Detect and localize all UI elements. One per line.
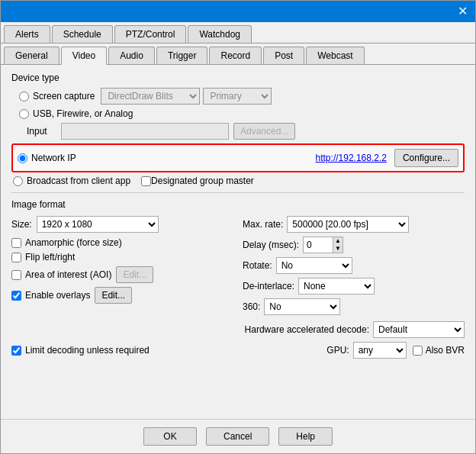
designated-group-label: Designated group master <box>151 175 254 186</box>
flip-row: Flip left/right <box>11 252 233 262</box>
360-row: 360: No Yes <box>243 298 465 315</box>
gpu-select[interactable]: any <box>353 342 407 359</box>
title-bar: ✕ <box>1 1 475 22</box>
de-interlace-label: De-interlace: <box>243 281 294 291</box>
tab-record[interactable]: Record <box>209 47 262 64</box>
size-select[interactable]: 1920 x 1080 <box>37 216 159 233</box>
aoi-label: Area of interest (AOI) <box>25 269 111 280</box>
tab-webcast[interactable]: Webcast <box>306 47 364 64</box>
delay-row: Delay (msec): 0 ▲ ▼ <box>243 237 465 253</box>
tab-audio[interactable]: Audio <box>108 47 155 64</box>
flip-checkbox[interactable] <box>11 253 21 262</box>
overlays-checkbox[interactable] <box>11 291 21 301</box>
advanced-button[interactable]: Advanced... <box>233 123 295 140</box>
configure-button[interactable]: Configure... <box>394 149 458 167</box>
hw-accel-row: Hardware accelerated decode: Default Non… <box>11 321 465 338</box>
delay-up-button[interactable]: ▲ <box>333 237 343 245</box>
tab-trigger[interactable]: Trigger <box>156 47 208 64</box>
image-format-label: Image format <box>11 199 465 210</box>
gpu-label: GPU: <box>326 345 349 356</box>
main-dialog: ✕ Alerts Schedule PTZ/Control Watchdog G… <box>0 0 476 454</box>
hw-accel-select[interactable]: Default None Intel NVIDIA AMD <box>373 321 465 338</box>
max-rate-select[interactable]: 500000 [20.00 fps] <box>287 216 409 233</box>
help-button[interactable]: Help <box>278 427 333 446</box>
delay-label: Delay (msec): <box>243 240 299 250</box>
limit-label: Limit decoding unless required <box>25 345 150 356</box>
network-ip-radio[interactable] <box>18 153 27 163</box>
designated-group-checkbox[interactable] <box>141 176 151 186</box>
usb-radio[interactable] <box>19 109 29 119</box>
size-row: Size: 1920 x 1080 <box>11 216 233 233</box>
image-format-section: Image format Size: 1920 x 1080 Anamorphi… <box>11 199 465 359</box>
device-type-label: Device type <box>11 72 465 83</box>
usb-label: USB, Firewire, or Analog <box>33 108 133 119</box>
tab-watchdog[interactable]: Watchdog <box>188 25 252 43</box>
de-interlace-row: De-interlace: None Blend Duplicate <box>243 278 465 295</box>
rotate-row: Rotate: No 90 180 270 <box>243 257 465 274</box>
de-interlace-select[interactable]: None Blend Duplicate <box>298 278 375 295</box>
size-label: Size: <box>11 219 32 230</box>
network-ip-label: Network IP <box>31 153 76 163</box>
rotate-select[interactable]: No 90 180 270 <box>276 257 352 274</box>
360-select[interactable]: No Yes <box>264 298 340 315</box>
right-column: Max. rate: 500000 [20.00 fps] Delay (mse… <box>243 216 465 315</box>
network-ip-link[interactable]: http://192.168.2.2 <box>316 153 387 163</box>
tab-alerts[interactable]: Alerts <box>4 25 50 43</box>
broadcast-row: Broadcast from client app Designated gro… <box>13 175 465 186</box>
anamorphic-row: Anamorphic (force size) <box>11 237 233 248</box>
ok-button[interactable]: OK <box>143 427 197 446</box>
tab-schedule[interactable]: Schedule <box>52 25 113 43</box>
screen-capture-radio[interactable] <box>19 92 29 101</box>
hw-accel-label: Hardware accelerated decode: <box>245 324 369 335</box>
content-area: Device type Screen capture DirectDraw Bl… <box>1 65 475 419</box>
also-bvr-label: Also BVR <box>426 345 465 356</box>
max-rate-label: Max. rate: <box>243 219 283 230</box>
network-ip-row: Network IP http://192.168.2.2 Configure.… <box>11 143 465 172</box>
overlays-label: Enable overlays <box>25 290 90 301</box>
tab-post[interactable]: Post <box>263 47 304 64</box>
left-column: Size: 1920 x 1080 Anamorphic (force size… <box>11 216 233 315</box>
input-label: Input <box>27 126 57 137</box>
divider-1 <box>11 192 465 193</box>
directdraw-select[interactable]: DirectDraw Blits <box>101 88 200 105</box>
also-bvr-checkbox[interactable] <box>413 346 423 356</box>
delay-down-button[interactable]: ▼ <box>333 245 343 253</box>
delay-spinner: 0 ▲ ▼ <box>303 237 343 253</box>
delay-spinner-btns: ▲ ▼ <box>333 237 343 253</box>
broadcast-radio[interactable] <box>13 176 23 186</box>
device-type-group: Screen capture DirectDraw Blits Primary … <box>19 88 465 140</box>
edit-overlays-button[interactable]: Edit... <box>95 287 132 304</box>
edit-aoi-button[interactable]: Edit... <box>116 266 153 283</box>
close-button[interactable]: ✕ <box>455 5 471 18</box>
tab-row-2: General Video Audio Trigger Record Post … <box>1 43 475 65</box>
usb-row: USB, Firewire, or Analog <box>19 108 465 119</box>
format-cols: Size: 1920 x 1080 Anamorphic (force size… <box>11 216 465 315</box>
rotate-label: Rotate: <box>243 260 272 271</box>
screen-capture-label: Screen capture <box>33 91 95 101</box>
tab-video[interactable]: Video <box>61 47 107 65</box>
anamorphic-label: Anamorphic (force size) <box>25 237 122 248</box>
tab-ptz-control[interactable]: PTZ/Control <box>114 25 187 43</box>
limit-checkbox[interactable] <box>11 346 21 356</box>
tab-row-1: Alerts Schedule PTZ/Control Watchdog <box>1 22 475 43</box>
max-rate-row: Max. rate: 500000 [20.00 fps] <box>243 216 465 233</box>
tab-general[interactable]: General <box>4 47 60 64</box>
overlays-row: Enable overlays Edit... <box>11 287 233 304</box>
footer: OK Cancel Help <box>1 419 475 453</box>
flip-label: Flip left/right <box>25 252 75 262</box>
anamorphic-checkbox[interactable] <box>11 238 21 248</box>
screen-capture-row: Screen capture DirectDraw Blits Primary <box>19 88 465 105</box>
aoi-row: Area of interest (AOI) Edit... <box>11 266 233 283</box>
360-label: 360: <box>243 301 260 312</box>
delay-input[interactable]: 0 <box>303 237 333 253</box>
aoi-checkbox[interactable] <box>11 270 21 280</box>
broadcast-label: Broadcast from client app <box>27 175 130 186</box>
input-field[interactable] <box>61 123 229 140</box>
primary-select[interactable]: Primary <box>203 88 272 105</box>
limit-row: Limit decoding unless required GPU: any … <box>11 342 465 359</box>
input-row: Input Advanced... <box>27 123 465 140</box>
cancel-button[interactable]: Cancel <box>206 427 269 446</box>
